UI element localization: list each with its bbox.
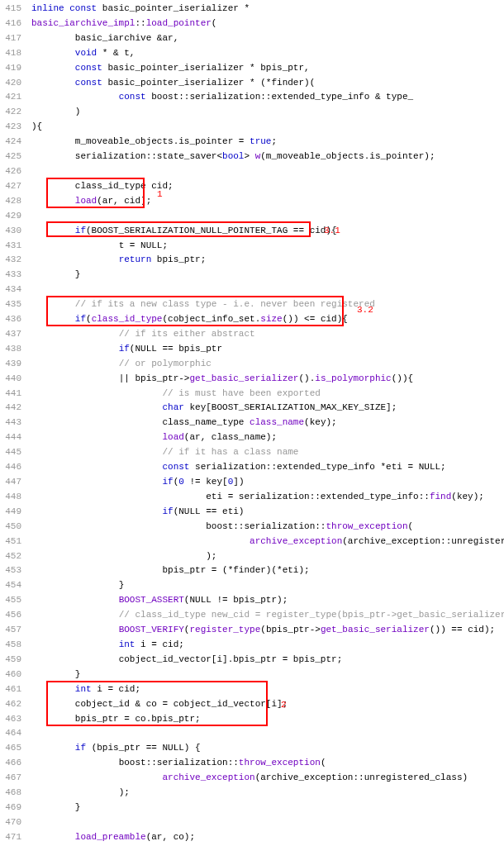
token-pl: } xyxy=(119,580,125,590)
line-number: 443 xyxy=(0,416,31,430)
code-line: 465 if (bpis_ptr == NULL) { xyxy=(0,741,504,756)
code-line: 435 // if its a new class type - i.e. ne… xyxy=(0,297,504,312)
token-pl: basic_pointer_iserializer * bpis_ptr, xyxy=(107,63,309,73)
line-number: 442 xyxy=(0,401,31,416)
code-content: boost::serialization::throw_exception( xyxy=(31,520,504,535)
line-number: 423 xyxy=(0,120,31,135)
code-content xyxy=(31,283,504,297)
code-line: 460 } xyxy=(0,668,504,682)
line-number: 415 xyxy=(0,2,31,17)
token-op: :: xyxy=(135,18,145,28)
code-content: } xyxy=(31,801,504,815)
code-line: 419 const basic_pointer_iserializer * bp… xyxy=(0,61,504,76)
code-content xyxy=(31,164,504,179)
token-kw: if xyxy=(75,314,86,324)
token-pl: > xyxy=(244,151,254,161)
code-line: 415inline const basic_pointer_iserialize… xyxy=(0,2,504,17)
line-number: 453 xyxy=(0,563,31,578)
code-content xyxy=(31,726,504,741)
code-line: 441 // is must have been exported xyxy=(0,387,504,402)
code-content: if (bpis_ptr == NULL) { xyxy=(31,741,504,756)
token-kw: if xyxy=(162,477,173,487)
code-line: 456 // class_id_type new_cid = register_… xyxy=(0,608,504,623)
code-line: 463 bpis_ptr = co.bpis_ptr; xyxy=(0,712,504,727)
line-number: 444 xyxy=(0,430,31,445)
line-number: 460 xyxy=(0,668,31,682)
token-pl: class_id_type cid; xyxy=(75,181,174,191)
code-content: || bpis_ptr->get_basic_serializer().is_p… xyxy=(31,372,504,387)
token-pl: (ar, cid); xyxy=(97,196,151,206)
code-content: if(NULL == bpis_ptr xyxy=(31,342,504,357)
code-line: 468 ); xyxy=(0,786,504,801)
token-kw: const xyxy=(75,78,108,88)
line-number: 428 xyxy=(0,194,31,209)
code-line: 434 xyxy=(0,283,504,297)
token-pl: boost::serialization:: xyxy=(206,521,326,531)
token-kw: bool xyxy=(222,151,244,161)
token-pl: ()){ xyxy=(392,373,413,383)
line-number: 466 xyxy=(0,756,31,771)
token-fn: BOOST_VERIFY xyxy=(119,625,184,634)
code-line: 455 BOOST_ASSERT(NULL != bpis_ptr); xyxy=(0,593,504,608)
code-content: int i = cid; xyxy=(31,682,504,697)
code-line: 444 load(ar, class_name); xyxy=(0,430,504,445)
line-number: 449 xyxy=(0,505,31,520)
code-content: inline const basic_pointer_iserializer * xyxy=(31,2,504,17)
line-number: 432 xyxy=(0,253,31,268)
code-content: archive_exception(archive_exception::unr… xyxy=(31,535,504,549)
line-number: 448 xyxy=(0,490,31,505)
line-number: 459 xyxy=(0,653,31,668)
token-cm: // class_id_type new_cid = register_type… xyxy=(119,610,504,620)
token-pl: class_name_type xyxy=(162,417,250,427)
code-content: if(NULL == eti) xyxy=(31,505,504,520)
code-line: 423){ xyxy=(0,120,504,135)
line-number: 433 xyxy=(0,268,31,283)
code-content: void * & t, xyxy=(31,46,504,61)
line-number: 464 xyxy=(0,726,31,741)
code-line: 447 if(0 != key[0]) xyxy=(0,475,504,490)
token-pl: (archive_exception::unregistered_class) xyxy=(255,772,468,782)
token-pl: cobject_id & co = cobject_id_vector[i]; xyxy=(75,699,288,709)
code-content: cobject_id & co = cobject_id_vector[i]; xyxy=(31,697,504,712)
line-number: 468 xyxy=(0,786,31,801)
code-line: 422 ) xyxy=(0,105,504,120)
token-pl: i = cid; xyxy=(140,639,184,649)
code-content: cobject_id_vector[i].bpis_ptr = bpis_ptr… xyxy=(31,653,504,668)
code-line: 427 class_id_type cid; xyxy=(0,179,504,194)
token-pl: serialization::extended_type_info *eti =… xyxy=(195,462,446,472)
code-content: if(class_id_type(cobject_info_set.size()… xyxy=(31,312,504,327)
code-content: bpis_ptr = (*finder)(*eti); xyxy=(31,563,504,578)
code-content: ) xyxy=(31,105,504,120)
code-content: const serialization::extended_type_info … xyxy=(31,460,504,475)
token-fn: throw_exception xyxy=(326,521,407,531)
token-kw: const xyxy=(75,63,108,73)
code-line: 448 eti = serialization::extended_type_i… xyxy=(0,490,504,505)
token-pl: ]) xyxy=(233,477,244,487)
line-number: 452 xyxy=(0,549,31,564)
code-line: 467 archive_exception(archive_exception:… xyxy=(0,771,504,786)
line-number: 439 xyxy=(0,357,31,372)
token-pl: basic_pointer_iserializer * (*finder)( xyxy=(107,78,315,88)
token-pl: * & t, xyxy=(97,48,135,58)
line-number: 445 xyxy=(0,445,31,460)
token-pl: serialization::state_saver< xyxy=(75,151,222,161)
line-number: 419 xyxy=(0,61,31,76)
line-number: 457 xyxy=(0,623,31,638)
code-line: 446 const serialization::extended_type_i… xyxy=(0,460,504,475)
line-number: 465 xyxy=(0,741,31,756)
token-pl: t = NULL; xyxy=(119,240,168,250)
token-fn: load_pointer xyxy=(146,18,212,28)
code-content: // or polymorphic xyxy=(31,357,504,372)
token-pl: ( xyxy=(86,314,92,324)
token-pl: (cobject_info_set. xyxy=(162,314,260,324)
code-line: 442 char key[BOOST_SERIALIZATION_MAX_KEY… xyxy=(0,401,504,416)
line-number: 425 xyxy=(0,150,31,164)
code-content: char key[BOOST_SERIALIZATION_MAX_KEY_SIZ… xyxy=(31,401,504,416)
token-fn: archive_exception xyxy=(162,772,254,782)
line-number: 427 xyxy=(0,179,31,194)
token-pl: key[BOOST_SERIALIZATION_MAX_KEY_SIZE]; xyxy=(189,402,397,412)
code-content: // if its a new class type - i.e. never … xyxy=(31,297,504,312)
line-number: 434 xyxy=(0,283,31,297)
code-line: 417 basic_iarchive &ar, xyxy=(0,31,504,46)
token-pl: || bpis_ptr-> xyxy=(119,373,190,383)
